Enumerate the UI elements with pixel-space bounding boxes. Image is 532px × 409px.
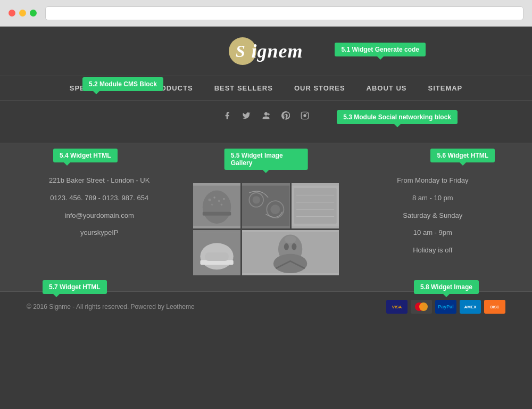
close-button[interactable] xyxy=(9,10,15,17)
gallery-grid xyxy=(193,183,338,275)
social-pinterest[interactable] xyxy=(281,111,290,122)
social-google-plus[interactable] xyxy=(261,111,271,122)
gallery-img-5 xyxy=(242,230,338,275)
gallery-item-5[interactable] xyxy=(242,230,338,275)
svg-rect-26 xyxy=(205,252,229,261)
nav-best-sellers[interactable]: BEST SELLERS xyxy=(214,84,273,92)
widget-56-label: 5.6 Widget HTML xyxy=(430,149,495,162)
gallery-img-4 xyxy=(193,230,240,275)
mastercard-icon xyxy=(413,301,429,312)
hours-line2: 8 am - 10 pm xyxy=(360,193,505,204)
address-bar[interactable] xyxy=(45,6,523,20)
svg-text:S: S xyxy=(236,42,245,61)
gallery-img-3 xyxy=(292,183,339,228)
widget-55-label: 5.5 Widget Image Gallery xyxy=(225,149,308,170)
footer-top: 5.4 Widget HTML 221b Baker Street - Lond… xyxy=(0,143,532,291)
logo-text[interactable]: ignem xyxy=(251,40,303,62)
logo-s-icon: S xyxy=(235,41,251,61)
logo-area: S ignem xyxy=(0,37,532,65)
contact-phone: 0123. 456. 789 - 0123. 987. 654 xyxy=(27,193,172,204)
social-bar: 5.3 Module Social networking block xyxy=(0,101,532,133)
social-twitter[interactable] xyxy=(242,111,251,122)
nav-sitemap[interactable]: SITEMAP xyxy=(428,84,462,92)
gallery-item-2[interactable] xyxy=(242,183,289,228)
svg-point-4 xyxy=(203,191,231,224)
payment-amex: AMEX xyxy=(460,300,481,314)
page: 5.1 Widget Generate code 5.2 Module CMS … xyxy=(0,27,532,409)
widget-56-badge: 5.6 Widget HTML xyxy=(430,149,495,162)
maximize-button[interactable] xyxy=(30,10,37,17)
social-instagram[interactable] xyxy=(301,111,309,122)
hours-line3: Saturday & Sunday xyxy=(360,210,505,222)
widget-54-label: 5.4 Widget HTML xyxy=(53,149,118,162)
svg-point-11 xyxy=(221,203,223,206)
hours-line5: Holiday is off xyxy=(360,245,505,256)
svg-point-30 xyxy=(284,243,289,250)
svg-point-32 xyxy=(285,235,296,243)
widget-53-badge: 5.3 Module Social networking block xyxy=(337,110,458,124)
svg-point-14 xyxy=(253,196,260,203)
main-nav: SPECIALS NEW PRODUCTS BEST SELLERS OUR S… xyxy=(0,76,532,101)
contact-address: 221b Baker Street - London - UK xyxy=(27,175,172,186)
copyright-text: © 2016 Signme - All rights reserved. Pow… xyxy=(27,303,195,310)
social-facebook[interactable] xyxy=(223,111,231,122)
payment-visa: VISA xyxy=(386,300,408,314)
svg-point-34 xyxy=(419,302,428,311)
payment-paypal: PayPal xyxy=(435,300,456,314)
widget-57-label: 5.7 Widget HTML xyxy=(43,280,107,294)
payment-icons: VISA PayPal AMEX DISC xyxy=(386,300,505,314)
widget-58-badge: 5.8 Widget Image xyxy=(414,280,479,294)
svg-point-29 xyxy=(273,254,307,273)
widget-53-label: 5.3 Module Social networking block xyxy=(337,110,458,124)
hours-line1: From Monday to Friday xyxy=(360,175,505,186)
widget-52-badge: 5.2 Module CMS Block xyxy=(82,77,163,91)
gallery-item-3[interactable] xyxy=(292,183,339,228)
svg-rect-5 xyxy=(203,212,231,216)
nav-about-us[interactable]: ABOUT US xyxy=(367,84,407,92)
gallery-item-1[interactable] xyxy=(193,183,240,228)
svg-point-9 xyxy=(223,198,225,200)
browser-buttons xyxy=(9,10,37,17)
payment-discover: DISC xyxy=(484,300,505,314)
gallery-img-1 xyxy=(193,183,240,228)
contact-email[interactable]: info@yourdomain.com xyxy=(27,210,172,222)
svg-point-16 xyxy=(271,204,280,214)
hours-line4: 10 am - 9pm xyxy=(360,227,505,239)
svg-point-7 xyxy=(214,197,216,199)
widget-58-label: 5.8 Widget Image xyxy=(414,280,479,294)
contact-skype: yourskypeIP xyxy=(27,227,172,239)
footer-bottom: 5.7 Widget HTML 5.8 Widget Image © 2016 … xyxy=(0,291,532,322)
svg-rect-12 xyxy=(242,186,289,226)
svg-point-2 xyxy=(306,113,307,114)
nav-our-stores[interactable]: OUR STORES xyxy=(294,84,345,92)
footer-col-hours: 5.6 Widget HTML From Monday to Friday 8 … xyxy=(350,159,505,275)
payment-mastercard xyxy=(411,300,432,314)
gallery-item-4[interactable] xyxy=(193,230,240,275)
svg-point-10 xyxy=(211,203,213,206)
svg-point-31 xyxy=(292,243,297,250)
contact-email-link[interactable]: info@yourdomain.com xyxy=(65,211,134,219)
widget-55-badge: 5.5 Widget Image Gallery xyxy=(225,149,308,170)
footer-col-gallery: 5.5 Widget Image Gallery xyxy=(182,159,349,275)
footer-col-contact: 5.4 Widget HTML 221b Baker Street - Lond… xyxy=(27,159,182,275)
svg-point-8 xyxy=(218,200,220,202)
widget-54-badge: 5.4 Widget HTML xyxy=(53,149,118,162)
widget-52-label: 5.2 Module CMS Block xyxy=(82,77,163,91)
browser-chrome xyxy=(0,0,532,27)
svg-point-6 xyxy=(209,199,211,201)
svg-rect-18 xyxy=(294,188,336,224)
gallery-img-2 xyxy=(242,183,289,228)
widget-57-badge: 5.7 Widget HTML xyxy=(43,280,107,294)
header: 5.1 Widget Generate code 5.2 Module CMS … xyxy=(0,27,532,141)
minimize-button[interactable] xyxy=(19,10,26,17)
